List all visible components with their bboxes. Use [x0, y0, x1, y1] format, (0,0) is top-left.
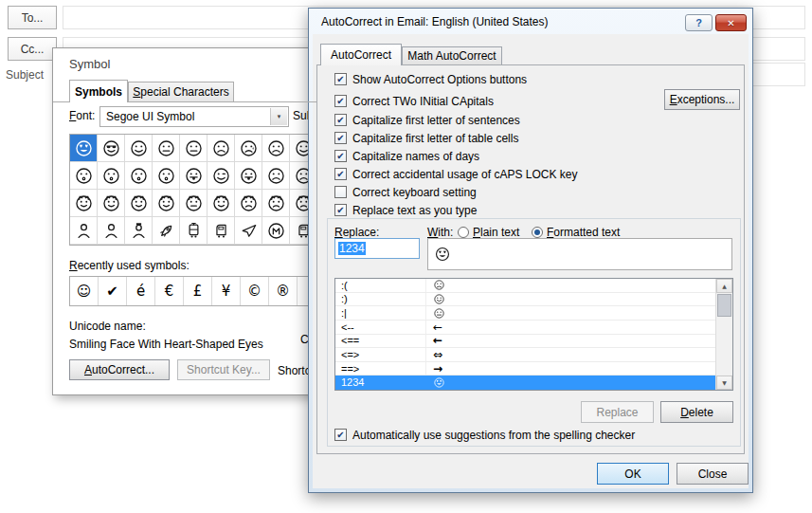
to-button[interactable]: To...	[8, 6, 57, 29]
replacement-find: <=>	[341, 349, 433, 360]
symbol-cell[interactable]	[208, 135, 235, 162]
symbol-cell[interactable]	[153, 162, 180, 190]
plane-icon	[239, 221, 259, 241]
ok-button[interactable]: OK	[597, 463, 669, 485]
font-label: Font:	[69, 109, 95, 122]
symbol-cell[interactable]	[262, 162, 290, 190]
replacement-row[interactable]: <=>⇔	[335, 348, 716, 362]
symbol-cell[interactable]	[125, 162, 153, 190]
scroll-up-icon[interactable]: ▲	[716, 279, 732, 293]
symbol-cell[interactable]	[235, 190, 262, 217]
shortcut-key-button[interactable]: Shortcut Key...	[177, 359, 270, 380]
replace-as-you-type-checkbox[interactable]: ✔	[334, 204, 347, 216]
symbol-cell[interactable]	[125, 217, 153, 245]
cat-neutral-icon	[184, 193, 204, 213]
symbol-cell[interactable]	[208, 190, 235, 217]
symbol-cell[interactable]	[153, 135, 180, 162]
face-smile-icon	[433, 293, 445, 305]
symbol-cell[interactable]	[153, 217, 180, 245]
recent-symbol-cell[interactable]: ®	[269, 277, 298, 305]
scroll-down-icon[interactable]: ▼	[716, 376, 732, 390]
list-scrollbar[interactable]: ▲ ▼	[715, 279, 732, 390]
cat-frown-icon	[239, 193, 259, 213]
replacement-row[interactable]: :(	[335, 279, 716, 293]
replacement-row[interactable]: <--←	[335, 321, 716, 335]
replacement-row[interactable]: ==>→	[335, 362, 716, 376]
recent-symbol-cell[interactable]: ©	[241, 277, 269, 305]
symbol-cell[interactable]	[125, 190, 153, 217]
replace-button[interactable]: Replace	[581, 401, 654, 423]
tab-special-characters[interactable]: Special Characters	[128, 82, 234, 101]
radio-plain-text[interactable]	[458, 227, 469, 238]
formatted-text-label: Formatted text	[547, 226, 620, 239]
option-checkbox[interactable]: ✔	[334, 95, 347, 107]
symbol-cell[interactable]	[262, 217, 290, 245]
tab-symbols[interactable]: Symbols	[69, 80, 128, 102]
symbol-cell[interactable]	[235, 217, 262, 245]
recent-symbol-cell[interactable]: ✔	[99, 277, 127, 305]
option-row: ✔Show AutoCorrect Options buttons	[334, 71, 527, 87]
dropdown-arrow-icon[interactable]: ▼	[270, 108, 287, 125]
cat-smile-icon	[74, 193, 94, 213]
close-button[interactable]: Close	[677, 463, 749, 485]
symbol-cell[interactable]	[262, 135, 290, 162]
symbol-cell[interactable]	[180, 135, 208, 162]
tram-icon	[184, 221, 204, 241]
symbol-cell[interactable]	[235, 135, 262, 162]
autocorrect-button[interactable]: AutoCorrect...	[69, 359, 170, 380]
symbol-cell[interactable]	[125, 135, 153, 162]
recent-symbol-cell[interactable]: £	[184, 277, 212, 305]
suggestions-checkbox[interactable]: ✔	[334, 429, 347, 441]
symbol-cell[interactable]	[180, 190, 208, 217]
option-label: Capitalize first letter of sentences	[352, 114, 520, 127]
replacement-with: ←	[433, 335, 442, 346]
recent-symbol-cell[interactable]: €	[155, 277, 184, 305]
symbol-cell[interactable]	[153, 190, 180, 217]
replacement-find: :(	[341, 280, 433, 291]
recent-symbol-cell[interactable]: ☺	[70, 277, 99, 305]
option-checkbox[interactable]: ✔	[334, 150, 347, 162]
option-row: ✔Correct accidental usage of cAPS LOCK k…	[334, 166, 577, 182]
recent-symbol-cell[interactable]: ¥	[212, 277, 241, 305]
delete-button[interactable]: Delete	[660, 401, 733, 423]
option-checkbox[interactable]: ✔	[334, 114, 347, 126]
option-checkbox[interactable]: ✔	[334, 168, 347, 180]
exceptions-button[interactable]: Exceptions...	[664, 89, 740, 110]
symbol-cell[interactable]	[180, 162, 208, 190]
replacement-row[interactable]: 1234	[335, 376, 716, 390]
symbol-cell[interactable]	[70, 162, 98, 190]
symbol-cell[interactable]	[98, 135, 125, 162]
face-wink-icon	[211, 166, 231, 186]
replace-input[interactable]: 1234	[334, 238, 420, 259]
cc-button[interactable]: Cc...	[8, 37, 57, 61]
symbol-cell[interactable]	[98, 162, 125, 190]
option-checkbox[interactable]	[334, 186, 347, 198]
replacement-row[interactable]: <==←	[335, 335, 716, 349]
cat-smile-icon	[101, 193, 121, 213]
symbol-cell[interactable]	[262, 190, 290, 217]
replace-input-value: 1234	[338, 242, 366, 255]
symbol-dialog-title[interactable]: Symbol	[69, 57, 110, 71]
symbol-cell[interactable]	[70, 190, 98, 217]
replacement-find: <==	[341, 335, 433, 346]
symbol-cell[interactable]	[235, 162, 262, 190]
symbol-cell[interactable]	[98, 217, 125, 245]
symbol-cell[interactable]	[98, 190, 125, 217]
radio-formatted-text[interactable]	[532, 227, 543, 238]
symbol-cell[interactable]	[70, 135, 98, 162]
recent-symbol-cell[interactable]: é	[127, 277, 155, 305]
unicode-name-value: Smiling Face With Heart-Shaped Eyes	[69, 338, 263, 351]
font-dropdown[interactable]: Segoe UI Symbol ▼	[99, 106, 289, 127]
replacement-row[interactable]: :)	[335, 293, 716, 307]
replacement-row[interactable]: :|	[335, 306, 716, 321]
face-frown-icon	[211, 138, 231, 158]
symbol-cell[interactable]	[180, 217, 208, 245]
option-checkbox[interactable]: ✔	[334, 73, 347, 85]
with-box[interactable]	[427, 238, 732, 270]
symbol-cell[interactable]	[208, 217, 235, 245]
scroll-thumb[interactable]	[717, 294, 731, 317]
symbol-cell[interactable]	[70, 217, 98, 245]
option-checkbox[interactable]: ✔	[334, 132, 347, 144]
face-frown-icon	[266, 138, 286, 158]
symbol-cell[interactable]	[208, 162, 235, 190]
